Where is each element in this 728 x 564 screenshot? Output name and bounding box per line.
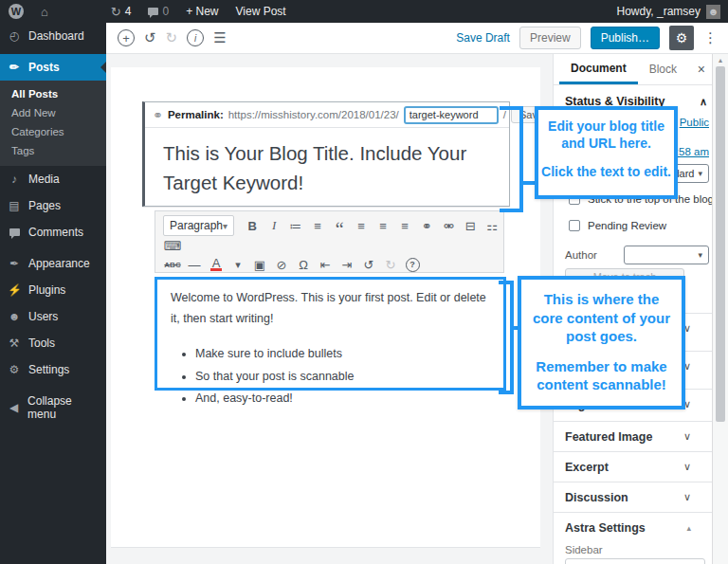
sidebar-item-posts[interactable]: ✏ Posts xyxy=(0,54,106,81)
publish-button[interactable]: Publish… xyxy=(591,27,660,49)
view-post-link[interactable]: View Post xyxy=(228,0,295,23)
sidebar-item-appearance[interactable]: ✒ Appearance xyxy=(0,250,106,277)
section-featured-image[interactable]: Featured Image ∨ xyxy=(554,421,712,451)
text-color-button[interactable]: A xyxy=(207,255,226,274)
numbered-list-button[interactable]: ≡ xyxy=(308,216,327,235)
section-excerpt[interactable]: Excerpt ∨ xyxy=(554,451,712,482)
callout-line: Remember to make xyxy=(521,357,682,376)
editor-redo-button[interactable]: ↻ xyxy=(381,255,400,274)
preview-button[interactable]: Preview xyxy=(519,27,581,49)
block-navigation-button[interactable]: ☰ xyxy=(213,29,226,46)
section-astra-settings[interactable]: Astra Settings ▴ xyxy=(554,512,712,542)
permalink-separator: / xyxy=(503,109,506,120)
callout-line: Click the text to edit. xyxy=(538,164,674,181)
add-block-button[interactable]: + xyxy=(118,29,135,46)
tools-icon: ⚒ xyxy=(8,337,21,350)
submenu-add-new[interactable]: Add New xyxy=(0,103,106,122)
admin-sidebar: ◴ Dashboard ✏ Posts All Posts Add New Ca… xyxy=(0,23,106,564)
sidebar-item-settings[interactable]: ⚙ Settings xyxy=(0,356,106,383)
sidebar-item-tools[interactable]: ⚒ Tools xyxy=(0,330,106,356)
insert-link-button[interactable]: ⚭ xyxy=(417,216,436,235)
keyboard-icon[interactable]: ⌨ xyxy=(163,236,182,255)
sidebar-item-dashboard[interactable]: ◴ Dashboard xyxy=(0,23,106,49)
submenu-all-posts[interactable]: All Posts xyxy=(0,84,106,103)
tab-block[interactable]: Block xyxy=(638,54,688,84)
close-panel-button[interactable]: × xyxy=(698,62,705,77)
editor-undo-button[interactable]: ↺ xyxy=(359,255,378,274)
more-options-button[interactable]: ⋮ xyxy=(703,29,719,46)
admin-bar: W ⌂ ↻ 4 0 + New View Post Howdy, _ramsey… xyxy=(0,0,728,23)
strikethrough-button[interactable]: ABC xyxy=(163,255,182,274)
updates-link[interactable]: ↻ 4 xyxy=(102,0,140,23)
redo-button[interactable]: ↻ xyxy=(166,29,178,46)
read-more-tag-button[interactable]: ⊟ xyxy=(461,216,480,235)
new-label: + New xyxy=(186,5,218,18)
bold-button[interactable]: B xyxy=(243,216,262,235)
sidebar-item-comments[interactable]: Comments xyxy=(0,219,106,246)
visibility-value-link[interactable]: Public xyxy=(680,117,709,128)
clear-formatting-button[interactable]: ⊘ xyxy=(272,255,291,274)
active-menu-notch xyxy=(95,62,106,73)
content-structure-button[interactable]: i xyxy=(187,29,204,46)
updates-icon: ↻ xyxy=(111,5,121,19)
settings-icon: ⚙ xyxy=(8,363,21,376)
avatar[interactable]: ☻ xyxy=(706,5,720,19)
blockquote-button[interactable]: “ xyxy=(330,216,349,235)
sidebar-item-plugins[interactable]: ⚡ Plugins xyxy=(0,277,106,303)
astra-sidebar-select[interactable] xyxy=(565,558,705,564)
new-content-menu[interactable]: + New xyxy=(177,0,227,23)
sidebar-item-media[interactable]: ♪ Media xyxy=(0,166,106,192)
chain-link-icon: ⚭ xyxy=(153,108,163,122)
sidebar-item-pages[interactable]: ▤ Pages xyxy=(0,192,106,219)
save-draft-button[interactable]: Save Draft xyxy=(456,31,510,45)
scroll-up-arrow-icon: ▴ xyxy=(713,56,728,64)
panel-scrollbar[interactable]: ▴ xyxy=(712,54,728,564)
comment-bubble-icon xyxy=(148,8,158,15)
callout-line: and URL here. xyxy=(538,136,674,153)
close-icon: × xyxy=(698,62,705,77)
paragraph-format-select[interactable]: Paragraph ▾ xyxy=(163,215,234,236)
collapse-menu-button[interactable]: ◀ Collapse menu xyxy=(0,388,106,428)
help-button[interactable]: ? xyxy=(403,255,422,274)
bulleted-list-button[interactable]: ≔ xyxy=(286,216,305,235)
settings-gear-button[interactable]: ⚙ xyxy=(669,26,694,50)
sidebar-item-users[interactable]: ☻ Users xyxy=(0,303,106,330)
submenu-categories[interactable]: Categories xyxy=(0,122,106,141)
text-color-caret[interactable]: ▾ xyxy=(228,255,247,274)
howdy-account-link[interactable]: Howdy, _ramsey xyxy=(617,5,701,18)
section-label: Featured Image xyxy=(565,430,652,444)
comments-icon xyxy=(8,226,21,239)
align-center-button[interactable]: ≡ xyxy=(373,216,392,235)
panel-tab-bar: Document Block × xyxy=(554,54,728,85)
comments-link[interactable]: 0 xyxy=(139,0,177,23)
post-content-editor[interactable]: Welcome to WordPress. This is your first… xyxy=(155,277,506,391)
submenu-tags[interactable]: Tags xyxy=(0,141,106,160)
scrollbar-thumb[interactable] xyxy=(716,66,725,422)
section-discussion[interactable]: Discussion ∨ xyxy=(554,482,712,512)
plus-icon: + xyxy=(122,31,130,45)
author-select[interactable]: ▾ xyxy=(624,246,709,264)
align-left-button[interactable]: ≡ xyxy=(352,216,371,235)
align-right-button[interactable]: ≡ xyxy=(395,216,414,235)
horizontal-rule-button[interactable]: — xyxy=(185,255,204,274)
permalink-slug-input[interactable] xyxy=(404,106,499,124)
decrease-indent-button[interactable]: ⇤ xyxy=(316,255,335,274)
increase-indent-button[interactable]: ⇥ xyxy=(337,255,356,274)
format-value: Paragraph xyxy=(170,219,223,232)
chevron-up-icon: ∧ xyxy=(700,96,707,108)
italic-button[interactable]: I xyxy=(264,216,283,235)
plugin-icon: ⚡ xyxy=(8,283,21,297)
wp-logo-menu[interactable]: W xyxy=(0,0,32,23)
pending-review-checkbox-row: Pending Review xyxy=(569,220,666,231)
astra-sidebar-label: Sidebar xyxy=(565,544,603,555)
callout2-bracket-vertical xyxy=(510,281,514,394)
paste-as-text-button[interactable]: ▣ xyxy=(250,255,269,274)
site-home-link[interactable]: ⌂ xyxy=(32,0,57,23)
remove-link-button[interactable]: ⚮ xyxy=(439,216,458,235)
special-character-button[interactable]: Ω xyxy=(294,255,313,274)
post-title-input[interactable]: This is Your Blog Title. Include Your Ta… xyxy=(145,128,509,209)
undo-button[interactable]: ↺ xyxy=(144,29,156,46)
toolbar-toggle-button[interactable]: ⚏ xyxy=(482,216,501,235)
tab-document[interactable]: Document xyxy=(559,54,638,84)
pending-review-checkbox[interactable] xyxy=(569,220,580,231)
